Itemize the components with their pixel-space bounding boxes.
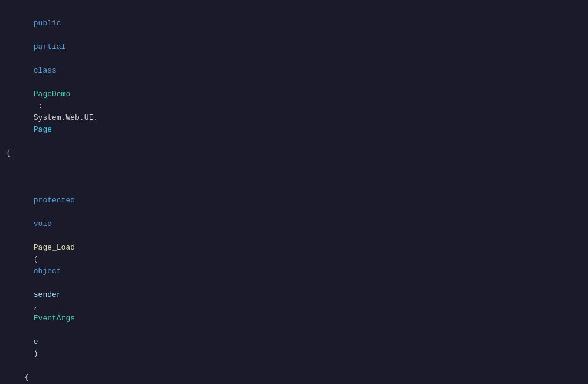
keyword: void bbox=[34, 219, 52, 228]
type-link[interactable]: Page bbox=[34, 125, 52, 134]
code-line: { bbox=[0, 372, 588, 383]
code-line bbox=[0, 159, 588, 171]
code-container: public partial class PageDemo : System.W… bbox=[0, 0, 588, 384]
code-line: protected void Page_Load ( object sender… bbox=[0, 171, 588, 372]
keyword: protected bbox=[34, 196, 75, 205]
keyword: object bbox=[34, 267, 61, 275]
type: EventArgs bbox=[34, 314, 75, 323]
code-line: { bbox=[0, 147, 588, 159]
keyword: partial bbox=[34, 42, 66, 51]
class-name: PageDemo bbox=[34, 90, 70, 99]
keyword: public bbox=[34, 19, 61, 28]
param: e bbox=[34, 337, 38, 346]
keyword: class bbox=[34, 66, 57, 75]
param: sender bbox=[34, 290, 61, 299]
method-name: Page_Load bbox=[34, 243, 75, 252]
code-line: public partial class PageDemo : System.W… bbox=[0, 6, 588, 147]
